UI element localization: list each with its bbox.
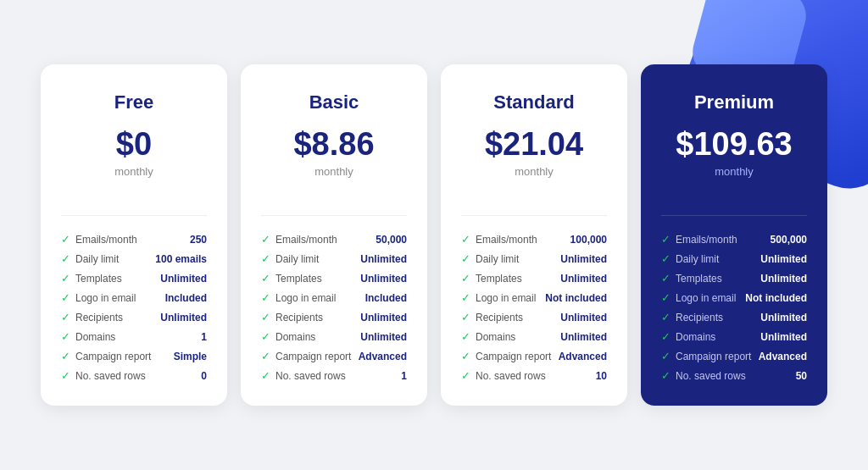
list-item: ✓Campaign reportSimple bbox=[61, 350, 207, 362]
list-item: ✓Logo in emailNot included bbox=[661, 291, 807, 304]
check-icon: ✓ bbox=[61, 272, 70, 285]
feature-value: Unlimited bbox=[160, 273, 207, 285]
feature-label-group: ✓Templates bbox=[261, 272, 322, 285]
feature-label: Campaign report bbox=[75, 351, 151, 362]
check-icon: ✓ bbox=[61, 252, 70, 265]
feature-label-group: ✓Campaign report bbox=[261, 350, 351, 362]
feature-value: Unlimited bbox=[560, 273, 607, 285]
check-icon: ✓ bbox=[261, 311, 270, 323]
feature-label-group: ✓Templates bbox=[661, 272, 722, 285]
feature-label: Campaign report bbox=[476, 351, 551, 362]
list-item: ✓Logo in emailIncluded bbox=[261, 291, 407, 304]
feature-value: Advanced bbox=[359, 351, 407, 362]
check-icon: ✓ bbox=[261, 272, 270, 285]
feature-label: Emails/month bbox=[75, 234, 137, 246]
check-icon: ✓ bbox=[261, 291, 270, 304]
feature-label-group: ✓Domains bbox=[461, 330, 515, 343]
list-item: ✓Emails/month50,000 bbox=[261, 233, 407, 246]
feature-label: Logo in email bbox=[676, 292, 736, 304]
feature-label: Daily limit bbox=[75, 253, 119, 265]
plan-price-premium: $109.63 bbox=[661, 127, 807, 163]
plan-period-free: monthly bbox=[61, 165, 207, 178]
list-item: ✓Campaign reportAdvanced bbox=[661, 350, 807, 362]
feature-label: Recipients bbox=[476, 312, 523, 323]
check-icon: ✓ bbox=[661, 330, 670, 343]
feature-label-group: ✓Logo in email bbox=[461, 291, 536, 304]
list-item: ✓Daily limitUnlimited bbox=[661, 252, 807, 265]
list-item: ✓TemplatesUnlimited bbox=[661, 272, 807, 285]
check-icon: ✓ bbox=[661, 369, 670, 382]
feature-label: Campaign report bbox=[275, 351, 351, 362]
feature-label-group: ✓Recipients bbox=[461, 311, 523, 323]
feature-value: 10 bbox=[596, 370, 607, 382]
feature-label-group: ✓Logo in email bbox=[661, 291, 736, 304]
feature-label-group: ✓Daily limit bbox=[661, 252, 719, 265]
check-icon: ✓ bbox=[61, 291, 70, 304]
feature-value: 50 bbox=[796, 370, 807, 382]
check-icon: ✓ bbox=[661, 252, 670, 265]
feature-label: Templates bbox=[75, 273, 122, 285]
divider-premium bbox=[661, 215, 807, 216]
check-icon: ✓ bbox=[61, 311, 70, 323]
check-icon: ✓ bbox=[461, 350, 470, 362]
feature-value: 500,000 bbox=[771, 234, 807, 246]
feature-label: Templates bbox=[476, 273, 522, 285]
feature-label-group: ✓Daily limit bbox=[61, 252, 119, 265]
list-item: ✓No. saved rows50 bbox=[661, 369, 807, 382]
feature-label: No. saved rows bbox=[275, 370, 346, 382]
feature-label-group: ✓Recipients bbox=[661, 311, 723, 323]
list-item: ✓TemplatesUnlimited bbox=[61, 272, 207, 285]
check-icon: ✓ bbox=[661, 350, 670, 362]
feature-label: Logo in email bbox=[75, 292, 136, 304]
list-item: ✓Logo in emailIncluded bbox=[61, 291, 207, 304]
plan-name-free: Free bbox=[61, 91, 207, 113]
feature-label-group: ✓Campaign report bbox=[461, 350, 551, 362]
features-list-basic: ✓Emails/month50,000✓Daily limitUnlimited… bbox=[261, 233, 407, 382]
feature-value: 250 bbox=[190, 234, 207, 246]
feature-value: Not included bbox=[545, 292, 607, 304]
list-item: ✓Daily limitUnlimited bbox=[261, 252, 407, 265]
plan-card-premium: Premium$109.63monthly✓Emails/month500,00… bbox=[641, 64, 827, 406]
feature-label: Daily limit bbox=[275, 253, 319, 265]
divider-standard bbox=[461, 215, 607, 216]
check-icon: ✓ bbox=[461, 233, 470, 246]
check-icon: ✓ bbox=[661, 291, 670, 304]
plan-name-basic: Basic bbox=[261, 91, 407, 113]
check-icon: ✓ bbox=[61, 233, 70, 246]
list-item: ✓Domains1 bbox=[61, 330, 207, 343]
check-icon: ✓ bbox=[661, 311, 670, 323]
check-icon: ✓ bbox=[61, 330, 70, 343]
feature-label-group: ✓Recipients bbox=[61, 311, 123, 323]
check-icon: ✓ bbox=[61, 350, 70, 362]
list-item: ✓Campaign reportAdvanced bbox=[261, 350, 407, 362]
feature-label: Recipients bbox=[75, 312, 123, 323]
feature-value: Unlimited bbox=[360, 331, 407, 343]
divider-basic bbox=[261, 215, 407, 216]
feature-value: Unlimited bbox=[560, 312, 607, 323]
feature-label-group: ✓No. saved rows bbox=[461, 369, 546, 382]
feature-label: Templates bbox=[275, 273, 322, 285]
features-list-standard: ✓Emails/month100,000✓Daily limitUnlimite… bbox=[461, 233, 607, 382]
feature-label-group: ✓Logo in email bbox=[261, 291, 336, 304]
list-item: ✓No. saved rows0 bbox=[61, 369, 207, 382]
features-list-free: ✓Emails/month250✓Daily limit100 emails✓T… bbox=[61, 233, 207, 382]
check-icon: ✓ bbox=[261, 252, 270, 265]
plan-price-basic: $8.86 bbox=[261, 127, 407, 163]
feature-label: Daily limit bbox=[676, 253, 719, 265]
list-item: ✓DomainsUnlimited bbox=[261, 330, 407, 343]
check-icon: ✓ bbox=[461, 369, 470, 382]
feature-value: Not included bbox=[745, 292, 807, 304]
features-list-premium: ✓Emails/month500,000✓Daily limitUnlimite… bbox=[661, 233, 807, 382]
feature-label-group: ✓Domains bbox=[661, 330, 715, 343]
feature-label: Domains bbox=[75, 331, 115, 343]
feature-value: 50,000 bbox=[376, 234, 407, 246]
check-icon: ✓ bbox=[661, 233, 670, 246]
check-icon: ✓ bbox=[461, 252, 470, 265]
feature-label-group: ✓Logo in email bbox=[61, 291, 136, 304]
feature-label-group: ✓Daily limit bbox=[261, 252, 319, 265]
feature-value: 100,000 bbox=[570, 234, 607, 246]
check-icon: ✓ bbox=[261, 350, 270, 362]
list-item: ✓Daily limitUnlimited bbox=[461, 252, 607, 265]
list-item: ✓No. saved rows10 bbox=[461, 369, 607, 382]
list-item: ✓DomainsUnlimited bbox=[661, 330, 807, 343]
